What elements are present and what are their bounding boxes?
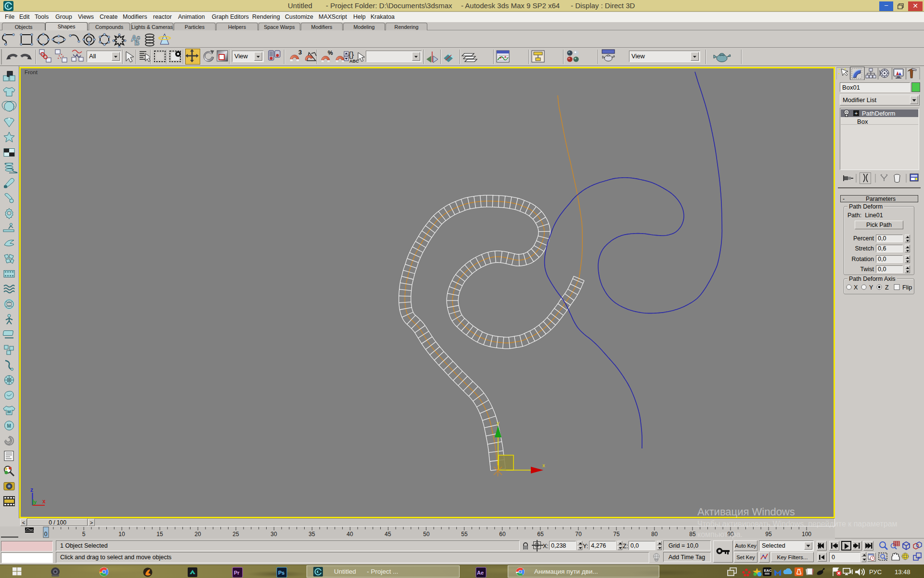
svg-text:x: x xyxy=(542,462,545,468)
svg-text:35: 35 xyxy=(308,531,315,538)
svg-text:Ps: Ps xyxy=(278,570,284,576)
svg-text:z: z xyxy=(30,486,33,493)
svg-text:EAC: EAC xyxy=(764,568,772,573)
svg-text:Y: Y xyxy=(869,284,873,291)
svg-text:55: 55 xyxy=(461,531,468,538)
svg-text:5: 5 xyxy=(82,531,86,538)
svg-text:60: 60 xyxy=(499,531,506,538)
svg-text:85: 85 xyxy=(689,531,696,538)
svg-text:70: 70 xyxy=(575,531,582,538)
svg-text:Ae: Ae xyxy=(477,570,484,576)
svg-text:Flip: Flip xyxy=(902,284,912,291)
svg-text:20: 20 xyxy=(194,531,201,538)
svg-text:75: 75 xyxy=(613,531,620,538)
svg-text:45: 45 xyxy=(385,531,391,538)
svg-text:X: X xyxy=(854,284,858,291)
svg-text:x: x xyxy=(42,498,46,505)
svg-text:Z: Z xyxy=(885,284,889,291)
svg-text:0: 0 xyxy=(44,531,48,538)
svg-text:40: 40 xyxy=(346,531,353,538)
svg-text:50: 50 xyxy=(423,531,430,538)
svg-text:65: 65 xyxy=(537,531,544,538)
svg-text:Pr: Pr xyxy=(234,570,240,576)
svg-text:Front: Front xyxy=(25,69,38,75)
svg-text:10: 10 xyxy=(118,531,125,538)
svg-text:30: 30 xyxy=(270,531,277,538)
svg-text:y: y xyxy=(497,420,500,426)
svg-text:15: 15 xyxy=(156,531,163,538)
svg-text:25: 25 xyxy=(232,531,239,538)
svg-text:80: 80 xyxy=(651,531,658,538)
svg-text:y: y xyxy=(34,499,37,505)
